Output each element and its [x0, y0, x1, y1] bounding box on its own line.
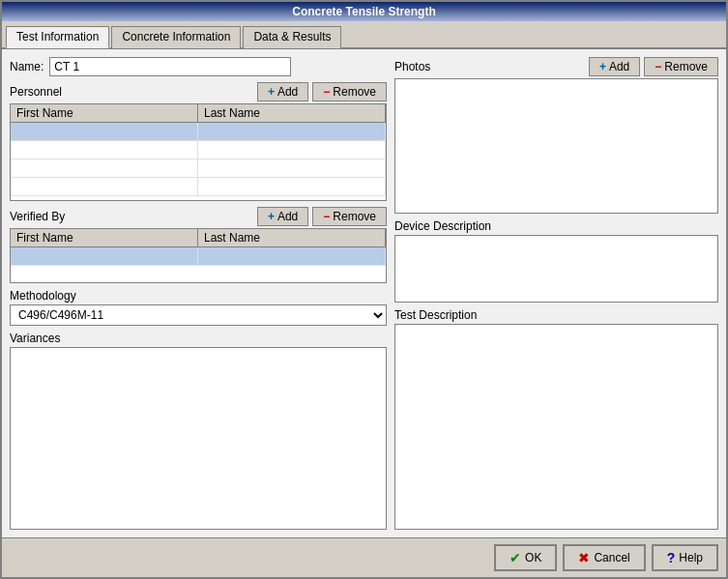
check-icon: ✔ — [510, 550, 521, 565]
plus-icon: + — [599, 60, 606, 73]
personnel-section: Personnel + Add − Remove — [10, 82, 387, 201]
table-row[interactable] — [11, 159, 386, 178]
plus-icon: + — [268, 85, 275, 99]
verified-table-header: First Name Last Name — [11, 229, 386, 247]
tab-data-results[interactable]: Data & Results — [243, 26, 341, 48]
verified-by-label: Verified By — [10, 210, 65, 223]
main-window: Concrete Tensile Strength Test Informati… — [0, 0, 728, 579]
name-row: Name: — [10, 57, 387, 76]
content-area: Name: Personnel + Add − — [2, 49, 726, 537]
cancel-label: Cancel — [594, 551, 629, 565]
personnel-add-button[interactable]: + Add — [257, 82, 308, 101]
device-desc-area — [394, 235, 718, 303]
table-row[interactable] — [11, 123, 386, 141]
minus-icon: − — [655, 60, 661, 73]
name-input[interactable] — [49, 57, 291, 76]
cancel-icon: ✖ — [578, 550, 590, 565]
photos-remove-button[interactable]: − Remove — [644, 57, 718, 76]
window-title: Concrete Tensile Strength — [292, 5, 435, 18]
help-icon: ? — [667, 550, 676, 565]
title-bar: Concrete Tensile Strength — [2, 2, 726, 21]
device-desc-label: Device Description — [394, 219, 718, 233]
plus-icon: + — [268, 210, 275, 223]
personnel-table-header: First Name Last Name — [11, 104, 386, 123]
verified-row1-last — [198, 247, 386, 265]
device-description-section: Device Description — [394, 219, 718, 303]
ok-label: OK — [525, 551, 541, 565]
variances-textarea[interactable] — [10, 347, 387, 530]
tab-bar: Test Information Concrete Information Da… — [2, 21, 726, 49]
test-desc-area — [394, 324, 718, 530]
verified-table-body — [11, 247, 386, 282]
personnel-row2-first — [11, 141, 198, 159]
verified-by-section: Verified By + Add − Remove — [10, 207, 387, 283]
verified-add-button[interactable]: + Add — [257, 207, 308, 226]
verified-col-firstname: First Name — [11, 229, 198, 246]
verified-by-table: First Name Last Name — [10, 228, 387, 283]
personnel-remove-button[interactable]: − Remove — [312, 82, 387, 101]
personnel-row1-first — [11, 123, 198, 140]
tab-concrete-information[interactable]: Concrete Information — [111, 26, 241, 48]
variances-section: Variances — [10, 332, 387, 530]
verified-row1-first — [11, 247, 198, 265]
photos-header: Photos + Add − Remove — [394, 57, 718, 76]
methodology-select[interactable]: C496/C496M-11 — [10, 304, 387, 326]
photos-add-button[interactable]: + Add — [589, 57, 640, 76]
personnel-col-firstname: First Name — [11, 104, 198, 122]
table-row[interactable] — [11, 247, 386, 266]
photos-area — [394, 78, 718, 214]
photos-section: Photos + Add − Remove — [394, 57, 718, 214]
verified-col-lastname: Last Name — [198, 229, 386, 246]
methodology-label: Methodology — [10, 289, 387, 303]
minus-icon: − — [323, 210, 330, 223]
photos-label: Photos — [394, 60, 430, 73]
personnel-row1-last — [198, 123, 386, 140]
test-description-section: Test Description — [394, 308, 718, 530]
methodology-section: Methodology C496/C496M-11 — [10, 289, 387, 326]
main-content: Name: Personnel + Add − — [10, 57, 718, 530]
personnel-btn-group: + Add − Remove — [257, 82, 387, 101]
name-label: Name: — [10, 60, 44, 73]
tab-test-information[interactable]: Test Information — [6, 26, 109, 48]
table-row[interactable] — [11, 141, 386, 159]
help-label: Help — [679, 551, 703, 565]
personnel-table: First Name Last Name — [10, 103, 387, 201]
cancel-button[interactable]: ✖ Cancel — [563, 544, 645, 571]
personnel-header: Personnel + Add − Remove — [10, 82, 387, 101]
test-desc-label: Test Description — [394, 308, 718, 322]
help-button[interactable]: ? Help — [652, 544, 718, 571]
personnel-row2-last — [198, 141, 386, 159]
minus-icon: − — [323, 85, 330, 99]
table-row[interactable] — [11, 178, 386, 196]
verified-remove-button[interactable]: − Remove — [312, 207, 387, 226]
footer: ✔ OK ✖ Cancel ? Help — [2, 537, 726, 577]
personnel-table-body — [11, 123, 386, 200]
right-panel: Photos + Add − Remove — [394, 57, 718, 530]
ok-button[interactable]: ✔ OK — [494, 544, 557, 571]
personnel-label: Personnel — [10, 85, 62, 99]
photos-btn-group: + Add − Remove — [589, 57, 718, 76]
personnel-col-lastname: Last Name — [198, 104, 386, 122]
verified-by-header: Verified By + Add − Remove — [10, 207, 387, 226]
variances-label: Variances — [10, 332, 387, 345]
verified-by-btn-group: + Add − Remove — [257, 207, 387, 226]
left-panel: Name: Personnel + Add − — [10, 57, 387, 530]
